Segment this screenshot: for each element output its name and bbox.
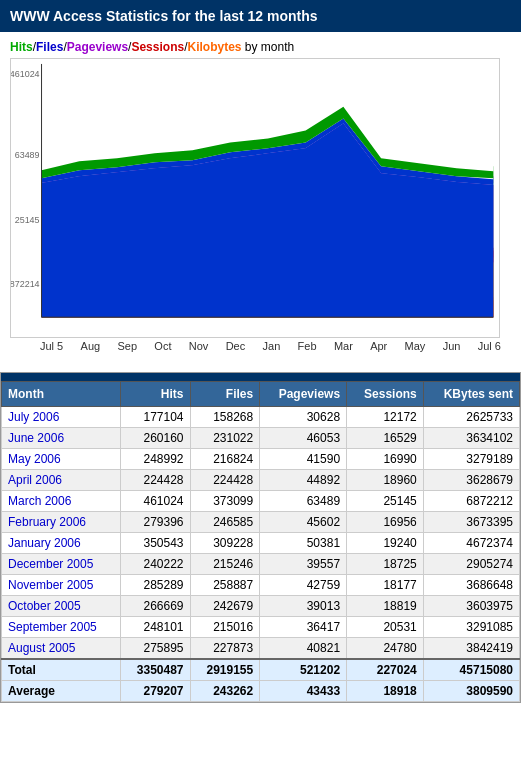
cell-hits: 248992 (120, 449, 190, 470)
x-label: Sep (117, 340, 137, 352)
cell-pageviews: 40821 (260, 638, 347, 660)
cell-pageviews: 63489 (260, 491, 347, 512)
cell-files: 215246 (190, 554, 260, 575)
cell-hits: 177104 (120, 407, 190, 428)
table-header-row: Month Hits Files Pageviews Sessions KByt… (2, 382, 520, 407)
legend-suffix: by month (242, 40, 295, 54)
x-label: Jul 6 (478, 340, 501, 352)
cell-pageviews: 46053 (260, 428, 347, 449)
cell-month[interactable]: January 2006 (2, 533, 121, 554)
cell-kbytes: 3291085 (423, 617, 519, 638)
table-row: October 2005 266669 242679 39013 18819 3… (2, 596, 520, 617)
cell-sessions: 19240 (347, 533, 424, 554)
cell-month[interactable]: August 2005 (2, 638, 121, 660)
table-row: February 2006 279396 246585 45602 16956 … (2, 512, 520, 533)
table-row: January 2006 350543 309228 50381 19240 4… (2, 533, 520, 554)
x-label: Oct (154, 340, 171, 352)
svg-text:461024: 461024 (11, 69, 40, 79)
cell-sessions: 12172 (347, 407, 424, 428)
col-pageviews: Pageviews (260, 382, 347, 407)
avg-sessions: 18918 (347, 681, 424, 702)
x-label: Nov (189, 340, 209, 352)
legend-files: Files (36, 40, 63, 54)
cell-sessions: 24780 (347, 638, 424, 660)
table-row: July 2006 177104 158268 30628 12172 2625… (2, 407, 520, 428)
x-label: Jun (443, 340, 461, 352)
svg-text:63489: 63489 (15, 150, 40, 160)
chart-legend: Hits/Files/Pageviews/Sessions/Kilobytes … (10, 40, 511, 54)
svg-text:25145: 25145 (15, 215, 40, 225)
total-sessions: 227024 (347, 659, 424, 681)
table-row: September 2005 248101 215016 36417 20531… (2, 617, 520, 638)
cell-pageviews: 30628 (260, 407, 347, 428)
cell-pageviews: 39557 (260, 554, 347, 575)
cell-files: 258887 (190, 575, 260, 596)
cell-hits: 285289 (120, 575, 190, 596)
cell-month[interactable]: December 2005 (2, 554, 121, 575)
cell-files: 373099 (190, 491, 260, 512)
avg-pageviews: 43433 (260, 681, 347, 702)
table-row: April 2006 224428 224428 44892 18960 362… (2, 470, 520, 491)
stats-table-section: Month Hits Files Pageviews Sessions KByt… (0, 372, 521, 703)
cell-files: 231022 (190, 428, 260, 449)
cell-hits: 260160 (120, 428, 190, 449)
cell-pageviews: 41590 (260, 449, 347, 470)
page-title: WWW Access Statistics for the last 12 mo… (0, 0, 521, 32)
cell-kbytes: 3279189 (423, 449, 519, 470)
x-label: Jul 5 (40, 340, 63, 352)
table-row: November 2005 285289 258887 42759 18177 … (2, 575, 520, 596)
cell-kbytes: 3686648 (423, 575, 519, 596)
cell-month[interactable]: February 2006 (2, 512, 121, 533)
legend-hits: Hits (10, 40, 33, 54)
total-kbytes: 45715080 (423, 659, 519, 681)
cell-hits: 240222 (120, 554, 190, 575)
x-label: Jan (263, 340, 281, 352)
table-row: December 2005 240222 215246 39557 18725 … (2, 554, 520, 575)
cell-sessions: 16529 (347, 428, 424, 449)
x-label: Mar (334, 340, 353, 352)
cell-hits: 350543 (120, 533, 190, 554)
cell-month[interactable]: October 2005 (2, 596, 121, 617)
table-row: March 2006 461024 373099 63489 25145 687… (2, 491, 520, 512)
cell-month[interactable]: May 2006 (2, 449, 121, 470)
x-label: Dec (226, 340, 246, 352)
legend-kilobytes: Kilobytes (187, 40, 241, 54)
cell-kbytes: 2905274 (423, 554, 519, 575)
cell-files: 227873 (190, 638, 260, 660)
table-row: May 2006 248992 216824 41590 16990 32791… (2, 449, 520, 470)
avg-files: 243262 (190, 681, 260, 702)
x-label: Feb (298, 340, 317, 352)
total-hits: 3350487 (120, 659, 190, 681)
col-kbytes: KBytes sent (423, 382, 519, 407)
cell-month[interactable]: April 2006 (2, 470, 121, 491)
total-files: 2919155 (190, 659, 260, 681)
cell-month[interactable]: March 2006 (2, 491, 121, 512)
cell-month[interactable]: July 2006 (2, 407, 121, 428)
cell-files: 246585 (190, 512, 260, 533)
avg-hits: 279207 (120, 681, 190, 702)
cell-hits: 275895 (120, 638, 190, 660)
stats-table: Month Hits Files Pageviews Sessions KByt… (1, 381, 520, 702)
cell-hits: 266669 (120, 596, 190, 617)
total-row: Total 3350487 2919155 521202 227024 4571… (2, 659, 520, 681)
x-label: May (405, 340, 426, 352)
cell-sessions: 18177 (347, 575, 424, 596)
cell-pageviews: 50381 (260, 533, 347, 554)
cell-month[interactable]: November 2005 (2, 575, 121, 596)
cell-kbytes: 3842419 (423, 638, 519, 660)
cell-pageviews: 42759 (260, 575, 347, 596)
legend-sessions: Sessions (131, 40, 184, 54)
cell-pageviews: 36417 (260, 617, 347, 638)
cell-month[interactable]: September 2005 (2, 617, 121, 638)
cell-hits: 279396 (120, 512, 190, 533)
cell-hits: 224428 (120, 470, 190, 491)
cell-pageviews: 45602 (260, 512, 347, 533)
col-sessions: Sessions (347, 382, 424, 407)
average-row: Average 279207 243262 43433 18918 380959… (2, 681, 520, 702)
total-pageviews: 521202 (260, 659, 347, 681)
cell-files: 309228 (190, 533, 260, 554)
legend-pageviews: Pageviews (67, 40, 128, 54)
x-label: Aug (81, 340, 101, 352)
col-hits: Hits (120, 382, 190, 407)
cell-month[interactable]: June 2006 (2, 428, 121, 449)
